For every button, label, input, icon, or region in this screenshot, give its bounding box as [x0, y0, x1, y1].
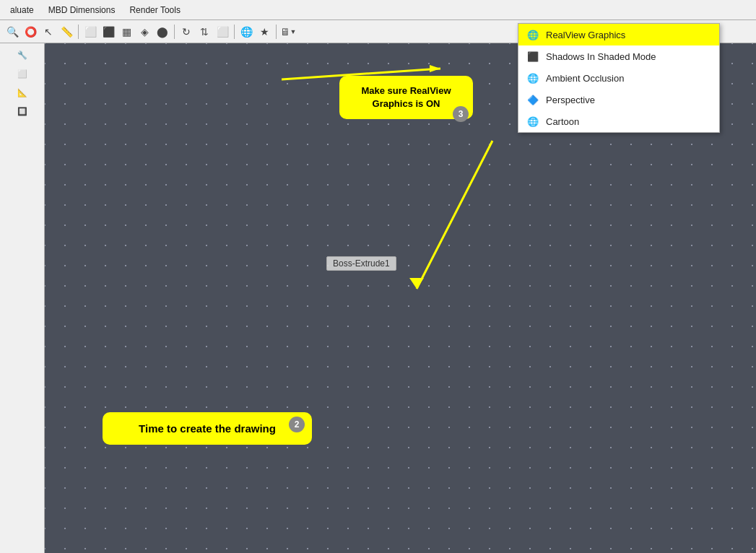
dropdown-arrow-icon: ▼ — [290, 28, 297, 35]
toolbar-star-icon[interactable]: ★ — [256, 24, 272, 40]
menu-mbd[interactable]: MBD Dimensions — [41, 4, 123, 17]
realview-label: RealView Graphics — [546, 30, 625, 40]
shadows-label: Shadows In Shaded Mode — [546, 51, 656, 62]
toolbar-search-icon[interactable]: 🔍 — [4, 24, 20, 40]
sidebar-icon-1[interactable]: 🔧 — [5, 46, 40, 64]
sidebar-icon-2[interactable]: ⬜ — [5, 65, 40, 82]
callout-2-text: Time to create the drawing — [139, 422, 276, 435]
cartoon-icon: 🌐 — [526, 114, 540, 129]
toolbar-rotate-icon[interactable]: ↻ — [178, 24, 194, 40]
toolbar-sep1 — [78, 25, 79, 39]
toolbar-sep2 — [174, 25, 175, 39]
toolbar-sep3 — [234, 25, 235, 39]
toolbar-icon-b[interactable]: ⬛ — [100, 24, 116, 40]
toolbar-globe-icon[interactable]: 🌐 — [238, 24, 254, 40]
perspective-label: Perspective — [546, 95, 595, 105]
boss-extrude-label: Boss-Extrude1 — [326, 256, 396, 271]
perspective-icon: 🔷 — [526, 92, 540, 107]
cartoon-label: Cartoon — [546, 116, 579, 127]
callout-2-number: 2 — [289, 417, 305, 432]
dropdown-item-cartoon[interactable]: 🌐 Cartoon — [518, 110, 719, 132]
callout3-arrow — [282, 65, 455, 94]
toolbar-icon-e[interactable]: ⬤ — [155, 24, 170, 40]
dropdown-menu: 🌐 RealView Graphics ⬛ Shadows In Shaded … — [518, 23, 720, 133]
menu-render[interactable]: Render Tools — [122, 4, 188, 17]
shadows-icon: ⬛ — [526, 49, 540, 64]
toolbar-cursor-icon[interactable]: ↖ — [40, 24, 56, 40]
dropdown-item-realview[interactable]: 🌐 RealView Graphics — [518, 24, 719, 45]
dropdown-item-perspective[interactable]: 🔷 Perspective — [518, 89, 719, 110]
dropdown-item-shadows[interactable]: ⬛ Shadows In Shaded Mode — [518, 45, 719, 67]
toolbar-icon-f[interactable]: ⇅ — [196, 24, 212, 40]
callout-drawing: Time to create the drawing 2 — [103, 412, 312, 445]
toolbar-icon-g[interactable]: ⬜ — [214, 24, 230, 40]
svg-marker-3 — [430, 65, 440, 72]
toolbar-icon-c[interactable]: ▦ — [118, 24, 134, 40]
ambient-icon: 🌐 — [526, 71, 540, 85]
realview-icon: 🌐 — [526, 27, 540, 42]
toolbar-display-dropdown[interactable]: 🖥 ▼ — [280, 24, 296, 40]
sidebar-icon-3[interactable]: 📐 — [5, 84, 40, 101]
toolbar-icon-a[interactable]: ⬜ — [82, 24, 98, 40]
toolbar-icon-d[interactable]: ◈ — [136, 24, 152, 40]
toolbar-sep4 — [276, 25, 277, 39]
left-sidebar: 🔧 ⬜ 📐 🔲 — [0, 43, 45, 553]
ambient-label: Ambient Occlusion — [546, 73, 624, 84]
menu-evaluate[interactable]: aluate — [3, 4, 41, 17]
menubar: aluate MBD Dimensions Render Tools — [0, 0, 756, 20]
dropdown-item-ambient[interactable]: 🌐 Ambient Occlusion — [518, 67, 719, 89]
svg-line-2 — [282, 69, 440, 79]
toolbar-measure-icon[interactable]: 📏 — [58, 24, 74, 40]
monitor-icon: 🖥 — [280, 26, 290, 38]
sidebar-icon-4[interactable]: 🔲 — [5, 103, 40, 120]
toolbar-lasso-icon[interactable]: ⭕ — [22, 24, 38, 40]
